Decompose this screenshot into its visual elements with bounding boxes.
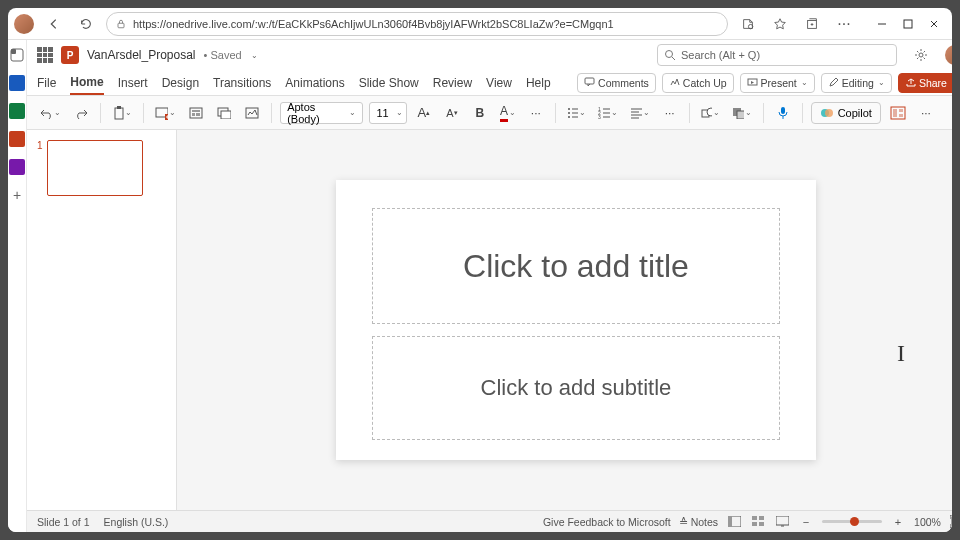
close-button[interactable] — [922, 12, 946, 36]
powerpoint-icon[interactable] — [8, 130, 26, 148]
new-slide-button[interactable]: ⌄ — [152, 101, 179, 125]
svg-rect-42 — [752, 522, 757, 526]
bullets-button[interactable]: ⌄ — [564, 101, 590, 125]
save-status: • Saved — [204, 49, 242, 61]
maximize-button[interactable] — [896, 12, 920, 36]
onenote-icon[interactable] — [8, 158, 26, 176]
zoom-slider[interactable] — [822, 520, 882, 523]
reuse-slides-button[interactable] — [213, 101, 235, 125]
app-window: https://onedrive.live.com/:w:/t/EaCKkPs6… — [8, 8, 952, 532]
arrange-button[interactable]: ⌄ — [729, 101, 755, 125]
editing-button[interactable]: Editing⌄ — [821, 73, 892, 93]
normal-view-button[interactable] — [726, 514, 742, 530]
tab-view[interactable]: View — [486, 72, 512, 94]
back-button[interactable] — [42, 12, 66, 36]
sorter-view-button[interactable] — [750, 514, 766, 530]
zoom-out-button[interactable]: − — [798, 514, 814, 530]
minimize-button[interactable] — [870, 12, 894, 36]
document-name[interactable]: VanArsdel_Proposal — [87, 48, 196, 62]
svg-rect-0 — [118, 23, 124, 28]
svg-point-21 — [568, 108, 570, 110]
slide-canvas[interactable]: Click to add title Click to add subtitle… — [177, 130, 952, 510]
add-app-icon[interactable]: + — [8, 186, 26, 204]
tab-animations[interactable]: Animations — [285, 72, 344, 94]
search-icon — [664, 49, 676, 61]
svg-rect-3 — [904, 20, 912, 28]
font-color-button[interactable]: A⌄ — [497, 101, 519, 125]
layout-button[interactable] — [185, 101, 207, 125]
favorites-icon[interactable] — [768, 12, 792, 36]
excel-icon[interactable] — [8, 102, 26, 120]
feedback-link[interactable]: Give Feedback to Microsoft — [543, 516, 671, 528]
numbering-button[interactable]: 123⌄ — [595, 101, 621, 125]
tab-insert[interactable]: Insert — [118, 72, 148, 94]
search-input[interactable]: Search (Alt + Q) — [657, 44, 897, 66]
user-avatar[interactable] — [945, 45, 952, 65]
svg-point-22 — [568, 112, 570, 114]
word-icon[interactable] — [8, 74, 26, 92]
svg-rect-30 — [737, 111, 744, 119]
title-chevron-icon[interactable]: ⌄ — [251, 51, 258, 60]
undo-button[interactable]: ⌄ — [37, 101, 64, 125]
font-size-selector[interactable]: 11⌄ — [369, 102, 406, 124]
subtitle-placeholder[interactable]: Click to add subtitle — [372, 336, 780, 440]
zoom-in-button[interactable]: + — [890, 514, 906, 530]
slide-thumbnail[interactable] — [47, 140, 143, 196]
read-aloud-icon[interactable] — [736, 12, 760, 36]
tab-help[interactable]: Help — [526, 72, 551, 94]
search-placeholder: Search (Alt + Q) — [681, 49, 760, 61]
language-status[interactable]: English (U.S.) — [104, 516, 169, 528]
bold-button[interactable]: B — [469, 101, 491, 125]
redo-button[interactable] — [70, 101, 92, 125]
shapes-button[interactable]: ⌄ — [698, 101, 724, 125]
reading-view-button[interactable] — [774, 514, 790, 530]
more-font-button[interactable]: ··· — [525, 101, 547, 125]
tab-transitions[interactable]: Transitions — [213, 72, 271, 94]
dictate-button[interactable] — [772, 101, 794, 125]
notes-button[interactable]: ≙ Notes — [679, 516, 718, 528]
slide: Click to add title Click to add subtitle — [336, 180, 816, 460]
editor-area: 1 Click to add title Click to add subtit… — [27, 130, 952, 510]
refresh-button[interactable] — [74, 12, 98, 36]
title-placeholder[interactable]: Click to add title — [372, 208, 780, 324]
catchup-button[interactable]: Catch Up — [662, 73, 734, 93]
collapse-ribbon-button[interactable]: ⌄ — [943, 101, 952, 125]
comments-button[interactable]: Comments — [577, 73, 656, 93]
tab-slideshow[interactable]: Slide Show — [359, 72, 419, 94]
svg-rect-8 — [585, 78, 594, 84]
svg-rect-37 — [899, 114, 903, 117]
font-selector[interactable]: Aptos (Body)⌄ — [280, 102, 363, 124]
tab-file[interactable]: File — [37, 72, 56, 94]
align-button[interactable]: ⌄ — [627, 101, 653, 125]
ribbon-more-button[interactable]: ··· — [915, 101, 937, 125]
svg-rect-43 — [759, 522, 764, 526]
slide-counter[interactable]: Slide 1 of 1 — [37, 516, 90, 528]
main-area: + P VanArsdel_Proposal • Saved ⌄ Search … — [8, 40, 952, 532]
designer-button[interactable] — [241, 101, 263, 125]
profile-avatar[interactable] — [14, 14, 34, 34]
more-para-button[interactable]: ··· — [659, 101, 681, 125]
decrease-font-button[interactable]: A▾ — [441, 101, 463, 125]
paste-button[interactable]: ⌄ — [109, 101, 135, 125]
app-launcher-icon[interactable] — [37, 47, 53, 63]
settings-icon[interactable] — [909, 43, 933, 67]
rail-tab-icon[interactable] — [8, 46, 26, 64]
tab-review[interactable]: Review — [433, 72, 472, 94]
svg-rect-15 — [192, 110, 200, 112]
ribbon-tabs: File Home Insert Design Transitions Anim… — [27, 70, 952, 96]
share-button[interactable]: Share⌄ — [898, 73, 952, 93]
tab-design[interactable]: Design — [162, 72, 199, 94]
tab-home[interactable]: Home — [70, 71, 103, 95]
increase-font-button[interactable]: A▴ — [413, 101, 435, 125]
copilot-icon — [820, 106, 834, 120]
svg-rect-17 — [196, 113, 200, 116]
fit-button[interactable] — [949, 514, 952, 530]
svg-rect-39 — [728, 516, 732, 527]
zoom-level[interactable]: 100% — [914, 516, 941, 528]
more-icon[interactable]: ··· — [832, 12, 856, 36]
present-button[interactable]: Present⌄ — [740, 73, 815, 93]
copilot-button[interactable]: Copilot — [811, 102, 881, 124]
collections-icon[interactable] — [800, 12, 824, 36]
address-bar[interactable]: https://onedrive.live.com/:w:/t/EaCKkPs6… — [106, 12, 728, 36]
designer-pane-button[interactable] — [887, 101, 909, 125]
